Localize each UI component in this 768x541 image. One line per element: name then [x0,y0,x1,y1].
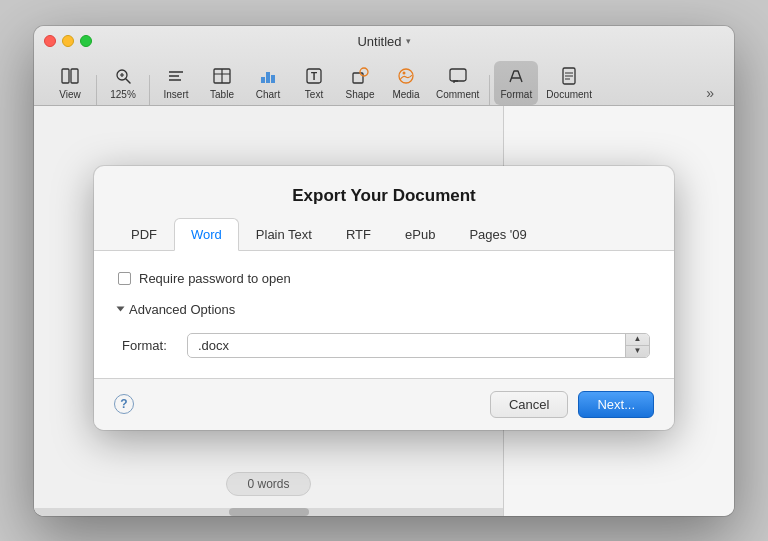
shape-icon [349,65,371,87]
export-tabs: PDF Word Plain Text RTF ePub P [94,218,674,251]
media-icon [395,65,417,87]
require-password-label: Require password to open [139,271,291,286]
maximize-button[interactable] [80,35,92,47]
tab-pdf[interactable]: PDF [114,218,174,251]
tab-word[interactable]: Word [174,218,239,251]
toolbar-view[interactable]: View [48,61,92,105]
zoom-label: 125% [110,89,136,100]
close-button[interactable] [44,35,56,47]
title-chevron-icon[interactable]: ▾ [406,36,411,46]
shape-label: Shape [346,89,375,100]
toolbar-insert[interactable]: Insert [154,61,198,105]
separator-3 [489,75,490,105]
tab-epub[interactable]: ePub [388,218,452,251]
modal-body: Require password to open Advanced Option… [94,251,674,379]
tab-pages09[interactable]: Pages '09 [452,218,543,251]
main-content: 0 words Export Your Document PDF [34,106,734,516]
main-window: Untitled ▾ View [34,26,734,516]
traffic-lights [44,35,92,47]
svg-rect-1 [71,69,78,83]
svg-point-20 [403,72,406,75]
help-button[interactable]: ? [114,394,134,414]
toolbar-table[interactable]: Table [200,61,244,105]
document-label: Document [546,89,592,100]
minimize-button[interactable] [62,35,74,47]
toolbar-zoom[interactable]: 125% [101,61,145,105]
svg-point-18 [360,68,368,76]
toolbar-chart[interactable]: Chart [246,61,290,105]
advanced-options-label: Advanced Options [129,302,235,317]
svg-rect-13 [266,72,270,83]
insert-icon [165,65,187,87]
modal-header: Export Your Document [94,166,674,218]
require-password-row: Require password to open [118,271,650,286]
toolbar-more-button[interactable]: » [700,81,720,105]
text-icon: T [303,65,325,87]
format-select-wrapper: .docx .doc ▲ ▼ [187,333,650,358]
comment-icon [447,65,469,87]
svg-rect-0 [62,69,69,83]
svg-text:T: T [311,71,317,82]
format-icon [505,65,527,87]
toolbar-shape[interactable]: Shape [338,61,382,105]
chart-icon [257,65,279,87]
view-label: View [59,89,81,100]
format-row: Format: .docx .doc ▲ ▼ [122,333,650,358]
svg-rect-21 [450,69,466,81]
disclosure-triangle-icon [117,307,125,312]
toolbar-comment[interactable]: Comment [430,61,485,105]
media-label: Media [392,89,419,100]
modal-overlay: Export Your Document PDF Word Plain Text… [34,106,734,516]
zoom-icon [112,65,134,87]
separator-2 [149,75,150,105]
modal-footer: ? Cancel Next... [94,379,674,430]
chart-label: Chart [256,89,280,100]
format-label: Format [501,89,533,100]
footer-buttons: Cancel Next... [490,391,654,418]
require-password-checkbox[interactable] [118,272,131,285]
advanced-options-toggle[interactable]: Advanced Options [118,302,650,317]
table-label: Table [210,89,234,100]
text-label: Text [305,89,323,100]
tab-plain-text[interactable]: Plain Text [239,218,329,251]
toolbar-text[interactable]: T Text [292,61,336,105]
table-icon [211,65,233,87]
svg-line-3 [126,79,130,83]
toolbar-media[interactable]: Media [384,61,428,105]
window-title: Untitled ▾ [357,34,410,49]
next-button[interactable]: Next... [578,391,654,418]
modal-title: Export Your Document [114,186,654,206]
toolbar: View 125% [44,55,724,105]
separator-1 [96,75,97,105]
export-dialog: Export Your Document PDF Word Plain Text… [94,166,674,430]
toolbar-format[interactable]: Format [494,61,538,105]
view-icon [59,65,81,87]
svg-rect-12 [261,77,265,83]
svg-rect-14 [271,75,275,83]
titlebar: Untitled ▾ View [34,26,734,106]
toolbar-document[interactable]: Document [540,61,598,105]
document-icon [558,65,580,87]
insert-label: Insert [163,89,188,100]
cancel-button[interactable]: Cancel [490,391,568,418]
comment-label: Comment [436,89,479,100]
window-title-text: Untitled [357,34,401,49]
format-field-label: Format: [122,338,177,353]
tab-rtf[interactable]: RTF [329,218,388,251]
format-select[interactable]: .docx .doc [187,333,650,358]
